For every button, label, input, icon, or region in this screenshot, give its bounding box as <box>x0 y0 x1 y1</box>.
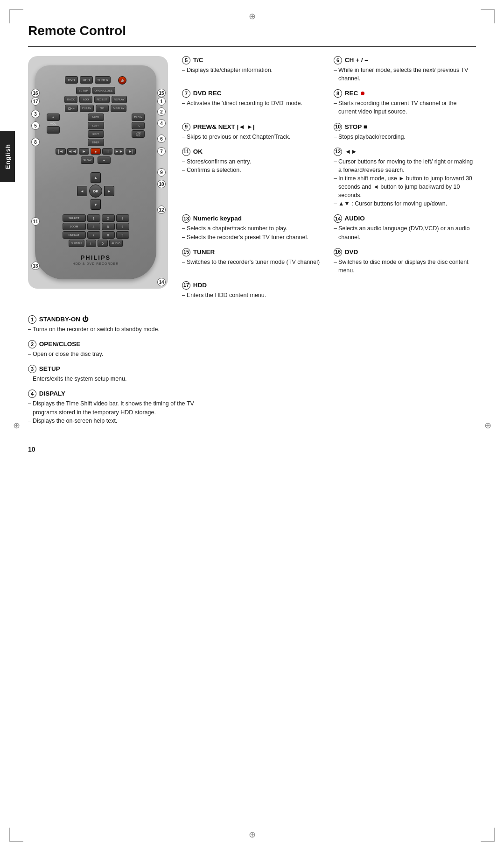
setup-button[interactable]: SETUP <box>76 87 90 94</box>
tuner-button[interactable]: TUNER <box>95 76 111 84</box>
page-title: Remote Control <box>28 23 476 38</box>
add-button[interactable]: ADD <box>79 96 92 103</box>
replay-button[interactable]: REPLAY <box>112 96 127 103</box>
subtitle-button[interactable]: SUBTITLE <box>69 240 84 247</box>
down-button[interactable]: ▼ <box>91 199 101 210</box>
num7-button[interactable]: 7 <box>87 231 100 239</box>
slow-button[interactable]: SLOW <box>81 156 94 164</box>
remote-image-container: DVD HDD TUNER ⏻ SETUP OPEN/CLOSE <box>28 56 168 289</box>
main-layout: DVD HDD TUNER ⏻ SETUP OPEN/CLOSE <box>28 56 476 306</box>
desc-title-7: 7 DVD REC <box>182 89 324 98</box>
corner-mark-tl <box>9 9 23 23</box>
num4-button[interactable]: 4 <box>87 223 100 230</box>
bottom-left: 1 STANDBY-ON ⏻ Turns on the recorder or … <box>28 315 205 432</box>
desc-item-16: 16 DVD Switches to disc mode or displays… <box>334 248 476 275</box>
label-10: 10 <box>157 180 166 188</box>
ch-up-button[interactable]: CH+ <box>88 122 104 129</box>
num-dash-button[interactable]: -/-- <box>86 240 96 247</box>
philips-logo: PHILIPS <box>40 254 152 261</box>
desc-body-13: Selects a chapter/track number to play. … <box>182 224 324 241</box>
go-button[interactable]: GO <box>96 105 109 112</box>
num9-button[interactable]: 9 <box>116 231 129 239</box>
open-close-button[interactable]: OPEN/CLOSE <box>92 87 115 94</box>
desc-body-16: Switches to disc mode or displays the di… <box>334 258 476 275</box>
desc-title-13: 13 Numeric keypad <box>182 214 324 223</box>
desc-title-15: 15 TUNER <box>182 248 324 256</box>
desc-item-15: 15 TUNER Switches to the recorder's tune… <box>182 248 324 275</box>
corner-mark-br <box>481 828 495 842</box>
audio-button[interactable]: AUDIO <box>109 240 123 247</box>
desc-title-4: 4 DISPALY <box>28 390 205 398</box>
desc-title-2: 2 OPEN/CLOSE <box>28 340 205 348</box>
direction-pad: ▲ ▼ ◄ ► OK <box>77 172 114 210</box>
language-tab: English <box>0 131 15 182</box>
stop-button[interactable]: ■ <box>98 156 111 164</box>
mute-button[interactable]: MUTE <box>88 113 104 121</box>
label-13: 13 <box>31 262 40 270</box>
label-2: 2 <box>157 107 166 116</box>
right-button[interactable]: ► <box>104 186 114 196</box>
dvd-button[interactable]: DVD <box>65 76 78 84</box>
remote-body: DVD HDD TUNER ⏻ SETUP OPEN/CLOSE <box>35 65 156 279</box>
up-button[interactable]: ▲ <box>91 172 101 183</box>
next-button[interactable]: ►| <box>126 148 136 155</box>
desc-body-15: Switches to the recorder's tuner mode (T… <box>182 258 324 266</box>
desc-title-5: 5 T/C <box>182 56 324 64</box>
num3-button[interactable]: 3 <box>116 214 129 222</box>
desc-item-4: 4 DISPALY Displays the Time Shift video … <box>28 390 205 425</box>
desc-body-7: Activates the 'direct recording to DVD' … <box>182 99 324 107</box>
dvd-rec-button[interactable]: DVD REC <box>132 130 145 138</box>
label-6: 6 <box>157 135 166 143</box>
rew-button[interactable]: ◄◄ <box>67 148 77 155</box>
label-3: 3 <box>31 110 40 118</box>
desc-title-9: 9 PREW& NEXT |◄ ►| <box>182 123 324 131</box>
vol-plus-button[interactable]: + <box>47 113 60 121</box>
repeat-button[interactable]: REPEAT <box>63 231 86 239</box>
ok-button[interactable]: OK <box>89 184 102 198</box>
label-12: 12 <box>157 206 166 214</box>
hdd-button[interactable]: HDD <box>80 76 93 84</box>
num5-button[interactable]: 5 <box>102 223 115 230</box>
left-button[interactable]: ◄ <box>77 186 87 196</box>
display-button[interactable]: DISPLAY <box>111 105 127 112</box>
num6-button[interactable]: 6 <box>116 223 129 230</box>
num0-button[interactable]: 0 <box>98 240 108 247</box>
desc-item-5: 5 T/C Displays title/chapter information… <box>182 56 324 83</box>
corner-mark-tr <box>481 9 495 23</box>
edit-button[interactable]: EDIT <box>88 130 104 138</box>
tc-button[interactable]: T/C <box>132 122 145 129</box>
clean-button[interactable]: CLEAN <box>80 105 94 112</box>
num1-button[interactable]: 1 <box>87 214 100 222</box>
bottom-section: 1 STANDBY-ON ⏻ Turns on the recorder or … <box>28 315 476 432</box>
num2-button[interactable]: 2 <box>102 214 115 222</box>
label-11: 11 <box>31 217 40 226</box>
num8-button[interactable]: 8 <box>102 231 115 239</box>
back-button[interactable]: BACK <box>64 96 77 103</box>
play-button[interactable]: ► <box>79 148 89 155</box>
ch-down-button[interactable]: CH− <box>65 105 78 112</box>
desc-item-17: 17 HDD Enters the HDD content menu. <box>182 281 324 299</box>
desc-body-4: Displays the Time Shift video bar. It sh… <box>28 399 205 425</box>
power-button[interactable]: ⏻ <box>118 76 126 85</box>
tv-ch-button[interactable]: TV CH+ <box>132 113 145 121</box>
desc-body-2: Open or close the disc tray. <box>28 350 205 358</box>
desc-title-14: 14 AUDIO <box>334 214 476 223</box>
desc-item-11: 11 OK Stores/confirms an entry. Confirms… <box>182 148 324 208</box>
timer-button[interactable]: TIMER <box>88 139 104 146</box>
desc-body-12: Cursor buttons for moving to the left/ r… <box>334 157 476 208</box>
label-15: 15 <box>157 89 166 97</box>
pause-button[interactable]: ⏸ <box>102 148 112 155</box>
ff-button[interactable]: ►► <box>114 148 124 155</box>
rec-bullet-icon <box>361 92 364 95</box>
desc-title-11: 11 OK <box>182 148 324 156</box>
desc-body-3: Enters/exits the system setup menu. <box>28 375 205 383</box>
right-descriptions: 5 T/C Displays title/chapter information… <box>182 56 476 306</box>
page-number: 10 <box>28 446 476 453</box>
select-button[interactable]: SELECT <box>63 214 86 222</box>
zoom-button[interactable]: ZOOM <box>63 223 86 230</box>
rec-button[interactable]: ● <box>91 148 101 155</box>
desc-title-3: 3 SETUP <box>28 365 205 373</box>
rec-list-button[interactable]: REC LIST <box>94 96 110 103</box>
vol-minus-button[interactable]: − <box>47 126 60 134</box>
prev-button[interactable]: |◄ <box>56 148 66 155</box>
